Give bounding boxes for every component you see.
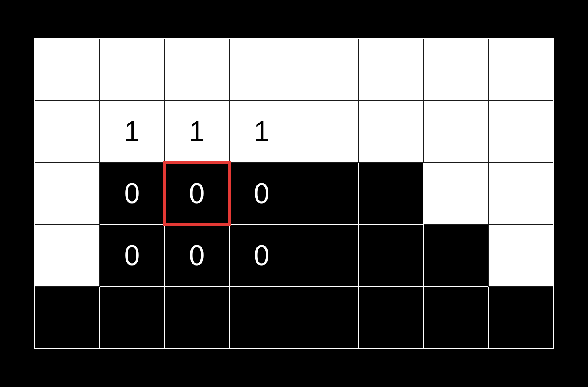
grid-container: 111000000	[34, 38, 554, 349]
grid-cell-r4-c7	[488, 287, 553, 349]
grid-cell-r3-c0	[35, 225, 100, 287]
grid-cell-r4-c0	[35, 287, 100, 349]
grid-cell-r2-c2: 0	[164, 163, 229, 225]
grid-cell-r1-c4	[294, 101, 359, 163]
grid-cell-r3-c6	[424, 225, 488, 287]
grid-cell-r0-c7	[488, 39, 553, 101]
grid-cell-r0-c5	[359, 39, 424, 101]
grid-cell-r1-c0	[35, 101, 100, 163]
grid-cell-r0-c2	[164, 39, 229, 101]
grid-cell-r1-c5	[359, 101, 424, 163]
binary-grid-diagram: 111000000	[34, 38, 554, 349]
grid-cell-r0-c3	[229, 39, 294, 101]
grid-cell-r1-c1: 1	[100, 101, 164, 163]
grid-cell-r0-c1	[100, 39, 164, 101]
grid-cell-r0-c6	[424, 39, 488, 101]
grid-cell-r0-c4	[294, 39, 359, 101]
grid-cell-r1-c7	[488, 101, 553, 163]
grid-cell-r2-c0	[35, 163, 100, 225]
grid-cell-r3-c1: 0	[100, 225, 164, 287]
grid-cell-r1-c2: 1	[164, 101, 229, 163]
grid-cell-r4-c3	[229, 287, 294, 349]
grid-cell-r3-c3: 0	[229, 225, 294, 287]
grid-cell-r2-c1: 0	[100, 163, 164, 225]
grid-cell-r3-c7	[488, 225, 553, 287]
grid-cell-r4-c6	[424, 287, 488, 349]
grid-cell-r2-c6	[424, 163, 488, 225]
grid-cell-r4-c5	[359, 287, 424, 349]
grid-cell-r0-c0	[35, 39, 100, 101]
grid-cell-r1-c6	[424, 101, 488, 163]
grid-cell-r3-c5	[359, 225, 424, 287]
grid-cell-r1-c3: 1	[229, 101, 294, 163]
grid-cell-r4-c4	[294, 287, 359, 349]
grid-cell-r3-c2: 0	[164, 225, 229, 287]
grid-cell-r3-c4	[294, 225, 359, 287]
grid-cell-r2-c4	[294, 163, 359, 225]
grid-cell-r4-c2	[164, 287, 229, 349]
grid-cell-r2-c5	[359, 163, 424, 225]
grid-cell-r2-c3: 0	[229, 163, 294, 225]
grid-cell-r4-c1	[100, 287, 164, 349]
grid-cell-r2-c7	[488, 163, 553, 225]
